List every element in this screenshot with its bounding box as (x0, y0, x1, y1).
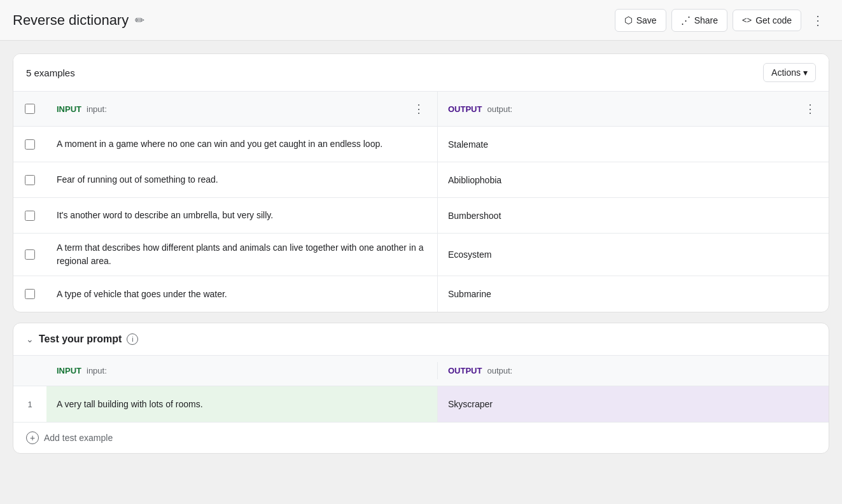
row-check-cell (13, 198, 46, 233)
card-header: 5 examples Actions ▾ (13, 54, 829, 92)
row-checkbox[interactable] (25, 211, 35, 221)
test-section: ⌄ Test your prompt i INPUT input: OUTPUT (13, 323, 829, 454)
row-checkbox[interactable] (25, 249, 35, 260)
row-check-cell (13, 162, 46, 197)
get-code-button[interactable]: <> Get code (733, 10, 801, 31)
edit-icon[interactable]: ✏ (135, 13, 144, 27)
output-column-menu-icon[interactable]: ⋮ (802, 99, 818, 118)
add-test-label: Add test example (44, 433, 113, 443)
app-title: Reverse dictionary (13, 12, 129, 29)
share-icon: ⋰ (681, 15, 691, 26)
output-header-label: OUTPUT output: (448, 104, 512, 114)
actions-chevron-icon: ▾ (803, 67, 808, 78)
row-output-cell: Submarine (438, 276, 829, 312)
row-input-text: Fear of running out of something to read… (57, 173, 218, 186)
table-row: It's another word to describe an umbrell… (13, 198, 829, 234)
save-icon: ⬡ (624, 15, 633, 26)
row-checkbox[interactable] (25, 289, 35, 299)
top-bar-left: Reverse dictionary ✏ (13, 12, 144, 29)
collapse-chevron-icon: ⌄ (26, 334, 34, 344)
input-badge: INPUT (57, 104, 81, 114)
test-output-badge: OUTPUT (448, 366, 482, 375)
save-button[interactable]: ⬡ Save (615, 9, 666, 32)
input-column-menu-icon[interactable]: ⋮ (410, 99, 427, 118)
row-input-cell: It's another word to describe an umbrell… (46, 198, 438, 233)
test-row-input-text: A very tall building with lots of rooms. (57, 399, 203, 409)
row-output-text: Submarine (448, 289, 491, 299)
row-output-text: Stalemate (448, 139, 488, 150)
row-output-text: Ecosystem (448, 249, 491, 260)
examples-count: 5 examples (26, 67, 75, 78)
test-row-number: 1 (13, 386, 46, 422)
test-header-output-col: OUTPUT output: (438, 362, 829, 379)
test-input-field-label: input: (87, 366, 107, 375)
row-input-text: It's another word to describe an umbrell… (57, 209, 273, 222)
input-header-label: INPUT input: (57, 104, 107, 114)
row-output-cell: Bumbershoot (438, 198, 829, 233)
save-label: Save (636, 15, 657, 25)
output-field-label: output: (487, 104, 512, 114)
test-row-output-text: Skyscraper (448, 399, 493, 409)
header-input-cell: INPUT input: ⋮ (46, 92, 438, 126)
row-checkbox[interactable] (25, 139, 35, 150)
row-input-text: A moment in a game where no one can win … (57, 137, 382, 151)
top-bar-right: ⬡ Save ⋰ Share <> Get code ⋮ (615, 8, 829, 33)
test-input-badge: INPUT (57, 366, 81, 375)
row-output-text: Abibliophobia (448, 175, 502, 185)
row-output-cell: Abibliophobia (438, 162, 829, 197)
test-section-header[interactable]: ⌄ Test your prompt i (13, 323, 829, 356)
table-row: Fear of running out of something to read… (13, 162, 829, 198)
row-input-cell: Fear of running out of something to read… (46, 162, 438, 197)
spacer (13, 362, 46, 379)
row-input-cell: A type of vehicle that goes under the wa… (46, 276, 438, 312)
add-test-icon: + (26, 431, 39, 444)
row-input-cell: A term that describes how different plan… (46, 234, 438, 276)
row-output-cell: Stalemate (438, 127, 829, 162)
get-code-label: Get code (755, 15, 792, 25)
row-checkbox[interactable] (25, 175, 35, 185)
row-output-cell: Ecosystem (438, 234, 829, 276)
row-check-cell (13, 276, 46, 312)
test-output-field-label: output: (487, 366, 512, 375)
row-check-cell (13, 127, 46, 162)
test-table-header: INPUT input: OUTPUT output: (13, 356, 829, 386)
select-all-checkbox[interactable] (25, 104, 35, 114)
test-table-row: 1 A very tall building with lots of room… (13, 386, 829, 422)
code-icon: <> (742, 15, 752, 25)
info-icon[interactable]: i (127, 333, 138, 345)
share-button[interactable]: ⋰ Share (671, 9, 727, 32)
test-header-input-col: INPUT input: (46, 362, 438, 379)
row-input-text: A term that describes how different plan… (57, 241, 427, 268)
examples-card: 5 examples Actions ▾ INPUT input: ⋮ OUTP… (13, 53, 829, 312)
test-row-output-cell: Skyscraper (438, 386, 829, 422)
share-label: Share (694, 15, 718, 25)
main-content: 5 examples Actions ▾ INPUT input: ⋮ OUTP… (0, 41, 842, 466)
table-row: A type of vehicle that goes under the wa… (13, 276, 829, 312)
row-check-cell (13, 234, 46, 276)
table-row: A term that describes how different plan… (13, 234, 829, 276)
row-output-text: Bumbershoot (448, 211, 501, 221)
table-row: A moment in a game where no one can win … (13, 127, 829, 162)
row-input-text: A type of vehicle that goes under the wa… (57, 288, 227, 301)
table-header-row: INPUT input: ⋮ OUTPUT output: ⋮ (13, 92, 829, 127)
top-bar: Reverse dictionary ✏ ⬡ Save ⋰ Share <> G… (0, 0, 842, 41)
add-test-example-row[interactable]: + Add test example (13, 422, 829, 453)
row-input-cell: A moment in a game where no one can win … (46, 127, 438, 162)
header-check-cell (13, 92, 46, 126)
header-output-cell: OUTPUT output: ⋮ (438, 92, 829, 126)
test-section-title: Test your prompt (39, 333, 122, 345)
test-row-input-cell[interactable]: A very tall building with lots of rooms. (46, 386, 438, 422)
output-badge: OUTPUT (448, 104, 482, 114)
actions-button[interactable]: Actions ▾ (763, 63, 816, 82)
actions-label: Actions (771, 67, 801, 78)
input-field-label: input: (87, 104, 107, 114)
more-menu-button[interactable]: ⋮ (806, 8, 829, 33)
